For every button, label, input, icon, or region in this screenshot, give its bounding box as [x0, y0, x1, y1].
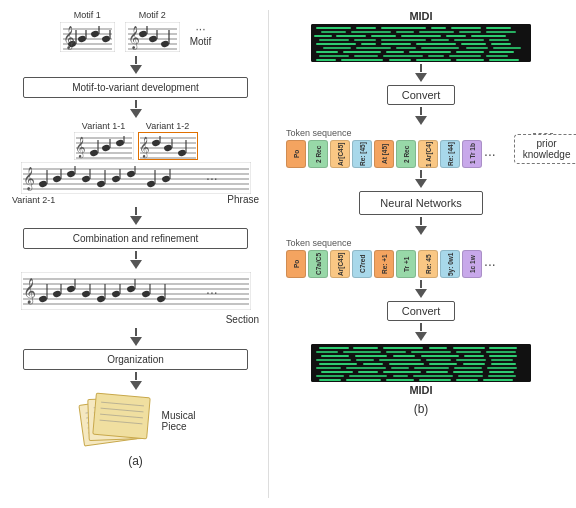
motif2-staff: 𝄞 [125, 22, 180, 52]
motif-dots-label: ··· Motif [190, 22, 212, 52]
svg-rect-174 [489, 59, 519, 61]
token-chip: 2 Rec [396, 140, 416, 168]
main-container: Motif 1 [0, 0, 576, 508]
token-chip: C7red [352, 250, 372, 278]
svg-rect-156 [493, 47, 521, 49]
token-chip: Re: +1 [374, 250, 394, 278]
svg-rect-151 [323, 47, 351, 49]
box3: Organization [23, 349, 249, 370]
svg-text:𝄞: 𝄞 [128, 26, 140, 50]
svg-rect-203 [429, 363, 457, 365]
svg-rect-216 [453, 371, 483, 373]
midi-bottom-svg [311, 344, 531, 382]
svg-rect-196 [379, 359, 421, 361]
svg-rect-226 [386, 379, 414, 381]
section-staff: 𝄞 ... [21, 272, 251, 310]
token-seq1-section: Token sequence Po2 RecAr[C45]Re: [45]At … [276, 128, 566, 168]
token-chip: Ar[C45] [330, 250, 350, 278]
b-arrow3 [415, 170, 427, 189]
arrow4 [130, 251, 142, 270]
svg-text:...: ... [206, 281, 218, 297]
svg-text:𝄞: 𝄞 [23, 167, 35, 191]
svg-line-116 [101, 402, 144, 406]
svg-rect-218 [316, 375, 344, 377]
svg-text:𝄞: 𝄞 [139, 136, 150, 159]
svg-rect-211 [487, 367, 517, 369]
svg-rect-199 [491, 359, 513, 361]
svg-rect-144 [489, 39, 509, 41]
token-chip: Re: [45] [352, 140, 372, 168]
token-chip: 2 Rec [308, 140, 328, 168]
svg-rect-205 [491, 363, 516, 365]
panel-a: Motif 1 [5, 10, 266, 498]
svg-rect-227 [419, 379, 451, 381]
svg-rect-134 [336, 35, 366, 37]
svg-rect-167 [449, 55, 481, 57]
svg-rect-162 [489, 51, 514, 53]
svg-rect-214 [383, 371, 421, 373]
panel-b: MIDI [271, 10, 571, 498]
svg-rect-160 [409, 51, 451, 53]
svg-rect-150 [491, 43, 511, 45]
variant11-group: Variant 1-1 𝄞 [74, 121, 134, 160]
svg-rect-153 [396, 47, 416, 49]
motif-label: Motif [190, 36, 212, 47]
variants-labels-row: Variant 1-1 𝄞 [10, 121, 261, 160]
svg-rect-194 [316, 359, 351, 361]
box2: Combination and refinement [23, 228, 249, 249]
token-seq2-section: Token sequence PoC7a/C5Ar[C45]C7redRe: +… [276, 238, 566, 278]
token-seq1-label: Token sequence [286, 128, 352, 138]
svg-rect-186 [456, 351, 481, 353]
svg-rect-155 [466, 47, 488, 49]
svg-rect-154 [421, 47, 459, 49]
svg-rect-124 [431, 27, 446, 29]
svg-rect-158 [343, 51, 381, 53]
token-chip: Po [286, 140, 306, 168]
svg-rect-138 [471, 35, 506, 37]
svg-rect-166 [428, 55, 444, 57]
midi-bottom-block [311, 344, 531, 382]
svg-rect-131 [459, 31, 481, 33]
svg-rect-209 [414, 367, 449, 369]
svg-rect-176 [319, 347, 349, 349]
svg-rect-219 [349, 375, 387, 377]
midi-top-block [311, 24, 531, 62]
svg-rect-191 [421, 355, 459, 357]
token-chip: 1 Tr 1b [462, 140, 482, 168]
panel-divider [268, 10, 269, 498]
svg-rect-173 [456, 59, 484, 61]
svg-rect-165 [383, 55, 423, 57]
variant12-staff: 𝄞 [138, 132, 198, 160]
convert2-box: Convert [387, 301, 456, 321]
arrow5 [130, 328, 142, 347]
svg-rect-189 [355, 355, 387, 357]
svg-rect-171 [389, 59, 411, 61]
svg-line-118 [100, 414, 143, 418]
svg-rect-192 [464, 355, 484, 357]
svg-rect-204 [463, 363, 485, 365]
svg-text:...: ... [206, 167, 218, 183]
svg-rect-190 [393, 355, 415, 357]
svg-rect-202 [389, 363, 424, 365]
svg-rect-152 [356, 47, 391, 49]
svg-rect-188 [321, 355, 349, 357]
svg-rect-125 [451, 27, 481, 29]
svg-rect-201 [363, 363, 383, 365]
svg-rect-178 [383, 347, 423, 349]
prior-knowledge-box: prior knowledge [514, 134, 576, 164]
svg-rect-208 [391, 367, 409, 369]
arrow2 [130, 100, 142, 119]
svg-rect-185 [411, 351, 451, 353]
motif1-staff: 𝄞 [60, 22, 115, 52]
variant21-phrase-row: Variant 2-1 Phrase [10, 194, 261, 205]
token-chip: Re: [44] [440, 140, 460, 168]
token-seq1-group: Token sequence Po2 RecAr[C45]Re: [45]At … [286, 128, 496, 168]
token-chip: Ar[C45] [330, 140, 350, 168]
variant11-label: Variant 1-1 [82, 121, 125, 131]
token-more-dots: ··· [484, 146, 496, 162]
svg-rect-163 [319, 55, 349, 57]
phrase-label: Phrase [227, 194, 259, 205]
token-chip: 1 Ar[C4] [418, 140, 438, 168]
panel-b-label: (b) [414, 402, 429, 416]
svg-rect-127 [321, 31, 346, 33]
